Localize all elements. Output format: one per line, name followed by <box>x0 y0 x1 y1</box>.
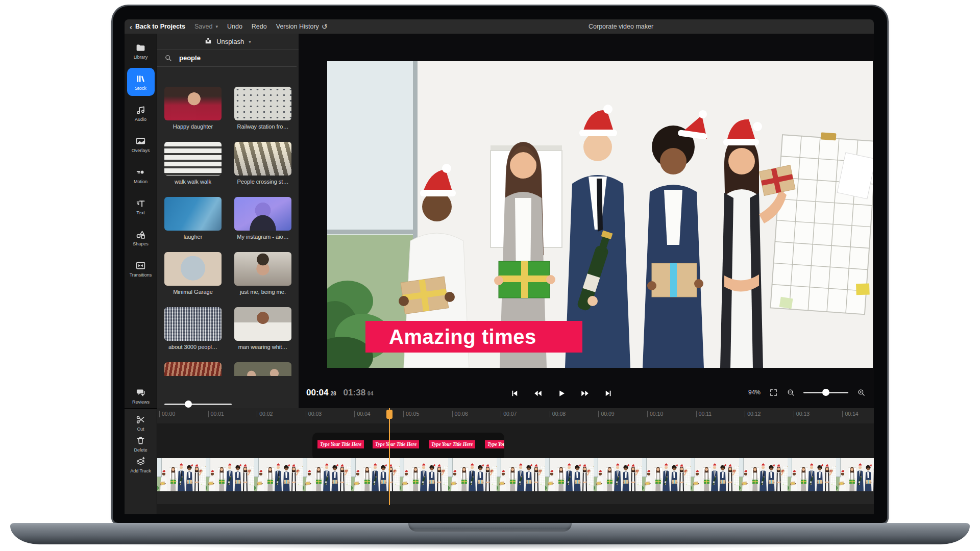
sidebar-item-transitions[interactable]: Transitions <box>127 255 155 283</box>
scissors-icon <box>135 414 146 425</box>
skip-to-end-button[interactable] <box>603 388 614 399</box>
stock-panel: Unsplash ▾ Happy daughter Railway statio… <box>157 34 299 408</box>
stock-result-item[interactable]: walk walk walk <box>164 142 222 185</box>
sidebar-item-reviews[interactable]: Reviews <box>127 382 155 410</box>
stock-item-label: about 3000 peopl… <box>164 344 222 350</box>
stock-result-item[interactable]: about 3000 peopl… <box>164 307 222 350</box>
version-history-button[interactable]: Version History ↺ <box>276 23 328 30</box>
stock-provider-dropdown[interactable]: Unsplash ▾ <box>157 34 299 50</box>
sidebar-item-add-track[interactable]: Add Track <box>127 456 155 473</box>
ruler-tick: 00:04 <box>354 411 370 417</box>
laptop-shadow <box>117 544 863 549</box>
stock-result-item[interactable] <box>234 362 291 376</box>
zoom-in-icon[interactable] <box>856 388 866 397</box>
sidebar-item-overlays[interactable]: Overlays <box>127 130 155 158</box>
caret-down-icon: ▾ <box>249 39 251 44</box>
stock-thumbnail[interactable] <box>234 142 291 176</box>
sidebar-item-shapes[interactable]: Shapes <box>127 223 155 252</box>
stock-result-item[interactable]: laugher <box>164 197 222 240</box>
laptop-screen-frame: ‹ Back to Projects Saved ▾ Undo Redo Ver… <box>113 6 887 523</box>
left-nav-rail: Library Stock Audio Overlays Motion Text… <box>125 34 157 408</box>
text-track-clip[interactable]: Type Your Title HereType Your Title Here… <box>312 433 504 460</box>
sidebar-item-label: Cut <box>137 427 144 432</box>
video-track-clip[interactable] <box>157 458 874 504</box>
stock-result-item[interactable]: Railway station fro… <box>234 87 291 130</box>
search-icon <box>164 54 172 62</box>
sidebar-item-motion[interactable]: Motion <box>127 161 155 189</box>
project-title: Corporate video maker <box>589 19 653 34</box>
caret-down-icon: ▾ <box>215 24 218 29</box>
stock-thumbnail[interactable] <box>164 142 222 176</box>
zoom-out-icon[interactable] <box>786 388 795 397</box>
chevron-left-icon: ‹ <box>130 23 132 31</box>
stock-thumbnail[interactable] <box>234 252 291 286</box>
player-controls: 00:04 28 01:38 04 <box>299 385 874 405</box>
stock-result-item[interactable]: My instagram - aio… <box>234 197 291 240</box>
stock-thumbnail[interactable] <box>164 252 222 286</box>
trash-icon <box>135 435 146 446</box>
stock-results-grid: Happy daughter Railway station fro… walk… <box>157 66 299 376</box>
video-preview[interactable]: Amazing times <box>327 61 873 368</box>
panel-scroll-slider[interactable] <box>164 400 232 408</box>
back-to-projects-button[interactable]: ‹ Back to Projects <box>130 23 185 31</box>
fullscreen-icon[interactable] <box>769 388 778 397</box>
preview-zoom-slider[interactable] <box>803 389 848 396</box>
saved-status-dropdown[interactable]: Saved ▾ <box>194 23 218 30</box>
stock-thumbnail[interactable] <box>234 362 291 376</box>
sidebar-item-audio[interactable]: Audio <box>127 99 155 127</box>
top-toolbar: ‹ Back to Projects Saved ▾ Undo Redo Ver… <box>125 19 874 34</box>
play-button[interactable] <box>556 388 567 399</box>
text-clip-badge: Type Your Title Here <box>373 440 419 448</box>
fast-forward-button[interactable] <box>579 388 591 399</box>
history-icon: ↺ <box>322 23 328 30</box>
stock-thumbnail[interactable] <box>234 197 291 231</box>
skip-to-start-button[interactable] <box>509 388 520 399</box>
stock-result-item[interactable] <box>164 362 222 376</box>
stock-result-item[interactable]: man wearing whit… <box>234 307 291 350</box>
stock-search-bar <box>157 50 297 66</box>
stock-thumbnail[interactable] <box>234 87 291 120</box>
sidebar-item-cut[interactable]: Cut <box>127 414 155 432</box>
saved-label: Saved <box>194 23 212 30</box>
undo-button[interactable]: Undo <box>227 23 242 30</box>
stock-result-item[interactable]: Minimal Garage <box>164 252 222 295</box>
redo-button[interactable]: Redo <box>252 23 267 30</box>
stock-item-label: My instagram - aio… <box>234 234 291 240</box>
shapes-icon <box>135 229 146 240</box>
stock-thumbnail[interactable] <box>164 362 222 376</box>
stock-result-item[interactable]: just me, being me. <box>234 252 291 295</box>
text-icon <box>135 197 146 209</box>
sidebar-item-delete[interactable]: Delete <box>127 435 155 453</box>
title-overlay-banner[interactable]: Amazing times <box>365 321 582 353</box>
stock-thumbnail[interactable] <box>164 307 222 341</box>
stock-result-item[interactable]: Happy daughter <box>164 87 222 130</box>
slider-knob[interactable] <box>822 389 829 396</box>
stock-thumbnail[interactable] <box>164 87 222 120</box>
playhead[interactable] <box>389 408 390 505</box>
slider-knob[interactable] <box>185 400 192 408</box>
sidebar-item-library[interactable]: Library <box>127 37 155 65</box>
filmstrip-frame <box>400 458 448 491</box>
ruler-tick: 00:01 <box>208 411 224 417</box>
stock-thumbnail[interactable] <box>234 307 291 341</box>
sidebar-item-label: Shapes <box>133 241 149 246</box>
sidebar-item-label: Audio <box>135 117 146 122</box>
chat-bubbles-icon <box>135 387 146 398</box>
stock-thumbnail[interactable] <box>164 197 222 231</box>
stock-item-label: laugher <box>164 234 222 240</box>
playhead-handle[interactable] <box>386 410 393 419</box>
motion-icon <box>135 166 146 178</box>
filmstrip-frame <box>254 458 303 491</box>
timeline-ruler[interactable]: 00:0000:0100:0200:0300:0400:0500:0600:07… <box>157 408 874 423</box>
sidebar-item-text[interactable]: Text <box>127 192 155 220</box>
transport-controls <box>509 388 614 399</box>
current-time: 00:04 <box>306 388 328 398</box>
sidebar-item-stock[interactable]: Stock <box>127 68 155 96</box>
back-to-projects-label: Back to Projects <box>135 23 185 30</box>
timeline-body[interactable]: 00:0000:0100:0200:0300:0400:0500:0600:07… <box>157 408 874 514</box>
filmstrip-frame <box>594 458 642 491</box>
unsplash-logo-icon <box>205 37 212 46</box>
stock-result-item[interactable]: People crossing st… <box>234 142 291 185</box>
stock-search-input[interactable] <box>178 54 270 62</box>
rewind-button[interactable] <box>532 388 544 399</box>
